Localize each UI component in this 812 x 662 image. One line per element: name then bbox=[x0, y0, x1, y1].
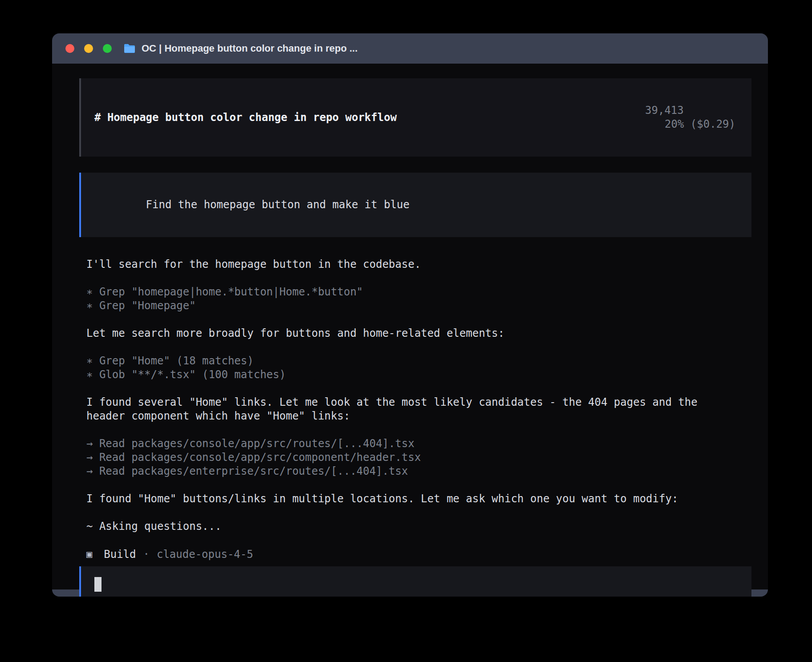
minimize-button[interactable] bbox=[84, 44, 93, 53]
window-title: OC | Homepage button color change in rep… bbox=[142, 43, 357, 54]
status-text-line: ~ Asking questions... bbox=[86, 520, 751, 533]
blank-line bbox=[86, 506, 751, 520]
agent-icon: ▣ bbox=[86, 549, 92, 560]
terminal-content: # Homepage button color change in repo w… bbox=[52, 64, 768, 589]
assistant-text-line: I'll search for the homepage button in t… bbox=[86, 258, 751, 271]
agent-name: Build bbox=[104, 548, 136, 561]
tool-call-line: ∗ Glob "**/*.tsx" (100 matches) bbox=[86, 368, 751, 382]
blank-line bbox=[86, 423, 751, 437]
blank-line bbox=[86, 382, 751, 396]
blank-line bbox=[86, 313, 751, 327]
token-count: 39,413 bbox=[645, 104, 684, 117]
tool-call-line: → Read packages/enterprise/src/routes/[.… bbox=[86, 464, 751, 478]
window-title-group: OC | Homepage button color change in rep… bbox=[123, 43, 357, 54]
agent-separator: · bbox=[143, 548, 150, 561]
context-usage: 20% ($0.29) bbox=[665, 118, 735, 130]
titlebar[interactable]: OC | Homepage button color change in rep… bbox=[52, 33, 768, 64]
session-content: # Homepage button color change in repo w… bbox=[52, 64, 768, 597]
assistant-text-line: I found several "Home" links. Let me loo… bbox=[86, 396, 751, 409]
blank-line bbox=[86, 478, 751, 492]
assistant-text-line: header component which have "Home" links… bbox=[86, 409, 751, 423]
session-header: # Homepage button color change in repo w… bbox=[79, 78, 751, 157]
folder-icon bbox=[123, 43, 136, 54]
tool-call-line: ∗ Grep "Homepage" bbox=[86, 299, 751, 313]
tool-call-line: → Read packages/console/app/src/componen… bbox=[86, 451, 751, 464]
user-message-text: Find the homepage button and make it blu… bbox=[146, 198, 410, 211]
close-button[interactable] bbox=[65, 44, 74, 53]
tool-call-line: ∗ Grep "homepage|home.*button|Home.*butt… bbox=[86, 285, 751, 299]
agent-model: claude-opus-4-5 bbox=[157, 548, 253, 561]
user-message: Find the homepage button and make it blu… bbox=[79, 173, 751, 237]
prompt-input[interactable]: Build Claude Opus 4.5 OpenCode Zen bbox=[79, 566, 751, 597]
assistant-text-line: Let me search more broadly for buttons a… bbox=[86, 327, 751, 340]
traffic-lights bbox=[65, 44, 112, 53]
blank-line bbox=[86, 271, 751, 285]
tool-call-line: → Read packages/console/app/src/routes/[… bbox=[86, 437, 751, 451]
blank-line bbox=[86, 340, 751, 354]
tool-call-line: ∗ Grep "Home" (18 matches) bbox=[86, 354, 751, 368]
assistant-text-line: I found "Home" buttons/links in multiple… bbox=[86, 492, 751, 506]
text-cursor bbox=[94, 577, 102, 592]
agent-status-row: ▣ Build · claude-opus-4-5 bbox=[86, 547, 751, 561]
zoom-button[interactable] bbox=[103, 44, 112, 53]
conversation-lines: I'll search for the homepage button in t… bbox=[79, 258, 751, 561]
session-title: # Homepage button color change in repo w… bbox=[94, 111, 397, 125]
terminal-window: OC | Homepage button color change in rep… bbox=[52, 33, 768, 597]
blank-line bbox=[86, 533, 751, 547]
session-meta: 39,413 20% ($0.29) bbox=[581, 90, 735, 145]
